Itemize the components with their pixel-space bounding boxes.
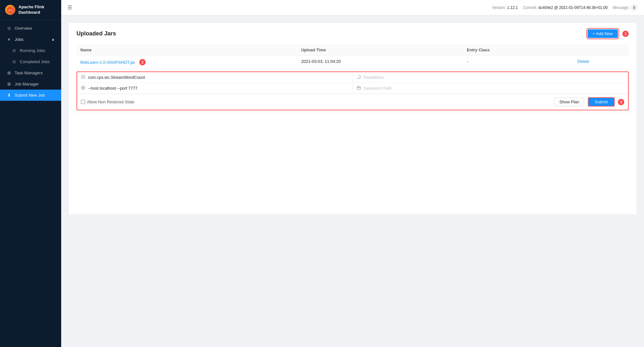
annotation-1: 1 <box>622 31 629 37</box>
program-args-field <box>77 83 353 93</box>
sidebar-item-submit-new-job-label: Submit New Job <box>15 93 45 98</box>
annotation-2: 2 <box>139 59 146 65</box>
sidebar-title: Apache Flink Dashboard <box>18 4 56 15</box>
jar-entry-class: - <box>463 56 574 69</box>
allow-non-restored-label[interactable]: Allow Non Restored State <box>81 100 134 104</box>
entry-class-input[interactable] <box>88 75 349 80</box>
form-row-1 <box>77 72 628 83</box>
savepoint-field <box>353 83 628 93</box>
version-value: 1.12.1 <box>507 5 518 10</box>
sidebar-nav: ⊙ Overview ≡ Jobs ▲ ⊙ Running Jobs ⊙ Com… <box>0 20 61 347</box>
sidebar-item-job-manager[interactable]: ⊞ Job Manager <box>0 78 61 90</box>
table-row: flinkLearn-1.0-SNAPSHOT.jar 2 2021-03-03… <box>76 56 629 69</box>
sidebar-group-jobs-label: Jobs <box>15 37 23 42</box>
sidebar-item-running-jobs-label: Running Jobs <box>20 48 45 53</box>
submit-new-job-icon: ⬇ <box>6 93 11 98</box>
jar-name-link[interactable]: flinkLearn-1.0-SNAPSHOT.jar <box>80 60 135 65</box>
sidebar-item-task-managers[interactable]: ⊞ Task Managers <box>0 67 61 78</box>
jar-name-cell: flinkLearn-1.0-SNAPSHOT.jar 2 <box>76 56 297 69</box>
jars-table: Name Upload Time Entry Class flinkLearn-… <box>76 44 629 113</box>
commit-label: Commit: <box>523 5 537 10</box>
allow-non-restored-checkbox[interactable] <box>81 100 85 104</box>
submit-row: Allow Non Restored State Show Plan Submi… <box>77 94 628 110</box>
task-managers-icon: ⊞ <box>6 70 11 75</box>
program-args-input[interactable] <box>88 86 349 91</box>
sidebar-item-completed-jobs[interactable]: ⊙ Completed Jobs <box>0 56 61 67</box>
col-entry-class: Entry Class <box>463 44 574 56</box>
expanded-form-row: Allow Non Restored State Show Plan Submi… <box>76 69 629 113</box>
message-info: Message: 0 <box>613 4 638 11</box>
form-row-2 <box>77 83 628 94</box>
logo <box>5 5 15 15</box>
menu-icon[interactable]: ☰ <box>68 4 72 11</box>
jobs-icon: ≡ <box>6 37 11 42</box>
sidebar: Apache Flink Dashboard ⊙ Overview ≡ Jobs… <box>0 0 61 347</box>
add-new-button[interactable]: + Add New <box>588 29 618 38</box>
sidebar-item-overview-label: Overview <box>15 26 32 31</box>
version-info: Version: 1.12.1 <box>492 5 518 10</box>
message-badge[interactable]: 0 <box>631 4 638 11</box>
page-title: Uploaded Jars <box>76 30 116 37</box>
parallelism-field <box>353 72 628 83</box>
topbar: ☰ Version: 1.12.1 Commit: dc404e2 @ 2021… <box>61 0 644 15</box>
message-label: Message: <box>613 5 629 10</box>
table-header-row: Name Upload Time Entry Class <box>76 44 629 56</box>
sidebar-item-running-jobs[interactable]: ⊙ Running Jobs <box>0 45 61 56</box>
job-manager-icon: ⊞ <box>6 82 11 86</box>
delete-button[interactable]: Delete <box>577 59 590 64</box>
commit-value: dc404e2 @ 2021-01-09T14:46:36+01:00 <box>539 5 608 10</box>
main-area: ☰ Version: 1.12.1 Commit: dc404e2 @ 2021… <box>61 0 644 347</box>
overview-icon: ⊙ <box>6 26 11 31</box>
jar-delete-cell: Delete <box>574 56 629 69</box>
commit-info: Commit: dc404e2 @ 2021-01-09T14:46:36+01… <box>523 5 608 10</box>
parallelism-input[interactable] <box>364 75 624 80</box>
entry-class-icon <box>81 75 85 80</box>
sidebar-item-overview[interactable]: ⊙ Overview <box>0 23 61 34</box>
savepoint-icon <box>357 85 361 91</box>
sidebar-item-task-managers-label: Task Managers <box>15 70 43 75</box>
sidebar-item-job-manager-label: Job Manager <box>15 82 39 86</box>
jar-upload-time: 2021-03-03, 11:04:20 <box>297 56 463 69</box>
parallelism-icon <box>357 75 361 80</box>
annotation-3: 3 <box>618 99 624 105</box>
jobs-chevron-icon: ▲ <box>51 37 55 41</box>
completed-jobs-icon: ⊙ <box>11 59 17 64</box>
content-area: Uploaded Jars + Add New 1 Name Upload Ti… <box>61 15 644 347</box>
sidebar-group-jobs[interactable]: ≡ Jobs ▲ <box>0 34 61 45</box>
version-label: Version: <box>492 5 506 10</box>
submit-button[interactable]: Submit <box>588 97 615 107</box>
col-actions <box>574 44 629 56</box>
sidebar-item-submit-new-job[interactable]: ⬇ Submit New Job <box>0 90 61 101</box>
svg-point-0 <box>7 7 13 13</box>
expanded-form: Allow Non Restored State Show Plan Submi… <box>76 71 629 110</box>
svg-point-3 <box>83 87 84 88</box>
col-name: Name <box>76 44 297 56</box>
page-header: Uploaded Jars + Add New 1 <box>76 29 629 38</box>
topbar-info: Version: 1.12.1 Commit: dc404e2 @ 2021-0… <box>492 4 638 11</box>
expanded-form-cell: Allow Non Restored State Show Plan Submi… <box>76 69 629 113</box>
page-card: Uploaded Jars + Add New 1 Name Upload Ti… <box>69 23 636 214</box>
savepoint-input[interactable] <box>364 86 624 91</box>
show-plan-button[interactable]: Show Plan <box>554 98 584 106</box>
col-upload-time: Upload Time <box>297 44 463 56</box>
entry-class-field <box>77 72 353 83</box>
svg-rect-4 <box>357 87 360 89</box>
sidebar-item-completed-jobs-label: Completed Jobs <box>20 59 50 64</box>
jobs-submenu: ⊙ Running Jobs ⊙ Completed Jobs <box>0 45 61 67</box>
running-jobs-icon: ⊙ <box>11 48 17 53</box>
sidebar-header: Apache Flink Dashboard <box>0 0 61 20</box>
program-args-icon <box>81 85 85 91</box>
